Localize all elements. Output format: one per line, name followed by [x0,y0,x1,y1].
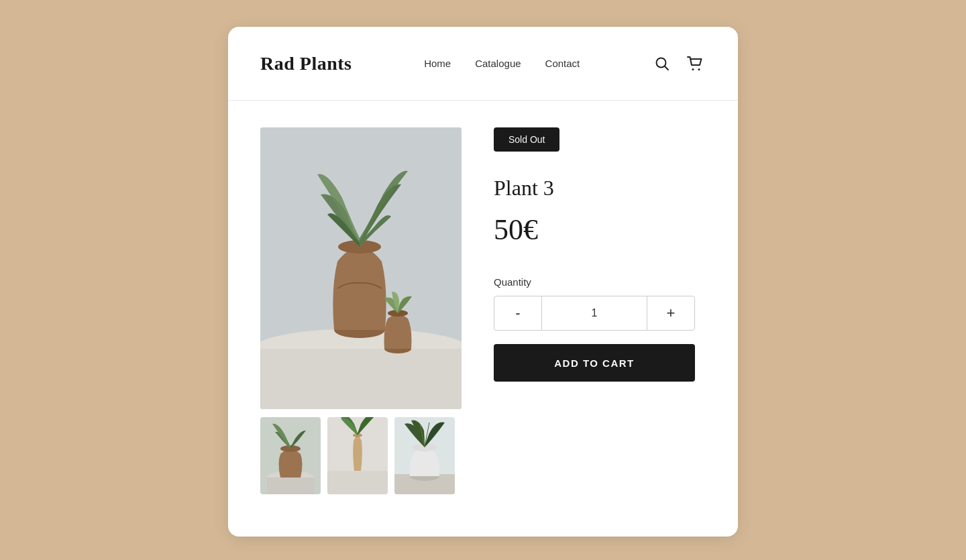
cart-icon [687,56,703,71]
header: Rad Plants Home Catalogue Contact [228,27,738,101]
decrement-button[interactable]: - [494,296,541,330]
svg-rect-6 [260,349,462,409]
product-images [260,127,462,494]
svg-line-1 [665,66,668,69]
nav-home[interactable]: Home [424,58,451,69]
product-price: 50€ [494,213,706,247]
search-button[interactable] [652,54,672,74]
thumbnail-1[interactable] [260,417,321,494]
svg-rect-16 [327,471,388,494]
main-nav: Home Catalogue Contact [424,58,580,70]
quantity-value: 1 [541,296,647,330]
thumbnail-3[interactable] [394,417,455,494]
svg-point-3 [698,68,700,70]
product-name: Plant 3 [494,176,706,201]
thumbnail-2[interactable] [327,417,388,494]
main-product-image [260,127,462,409]
thumbnails [260,417,462,494]
sold-out-badge: Sold Out [494,127,559,152]
product-layout: Sold Out Plant 3 50€ Quantity - 1 + ADD … [260,127,706,494]
nav-contact[interactable]: Contact [545,58,580,69]
product-details: Sold Out Plant 3 50€ Quantity - 1 + ADD … [494,127,706,382]
svg-rect-13 [267,478,314,494]
add-to-cart-button[interactable]: ADD TO CART [494,344,695,382]
search-icon [655,56,669,71]
quantity-control: - 1 + [494,296,695,331]
main-content: Sold Out Plant 3 50€ Quantity - 1 + ADD … [228,101,738,526]
nav-catalogue[interactable]: Catalogue [475,58,521,69]
svg-point-2 [692,68,694,70]
quantity-label: Quantity [494,276,706,288]
cart-button[interactable] [684,54,706,74]
increment-button[interactable]: + [647,296,694,330]
logo: Rad Plants [260,53,352,74]
header-icons [652,54,706,74]
store-container: Rad Plants Home Catalogue Contact [228,27,738,537]
